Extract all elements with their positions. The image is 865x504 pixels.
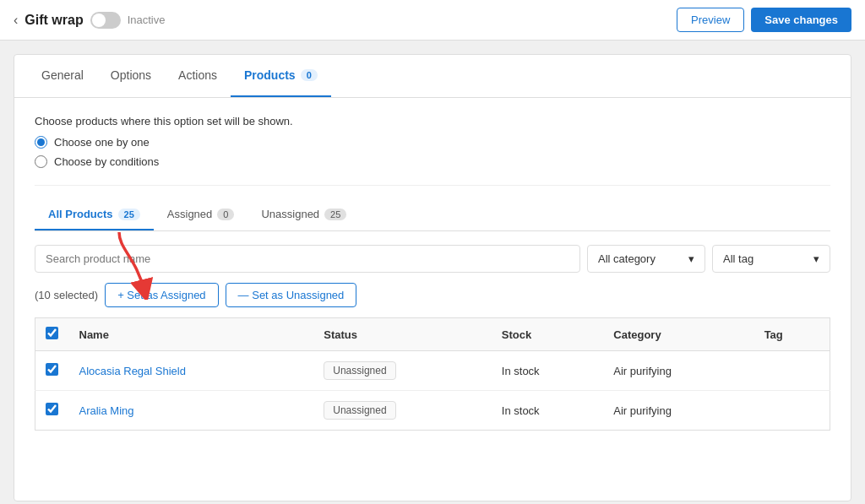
tab-actions[interactable]: Actions bbox=[165, 55, 231, 97]
table-body: Alocasia Regal Shield Unassigned In stoc… bbox=[35, 351, 830, 431]
product-table: Name Status Stock Category Tag Alocasia … bbox=[35, 317, 830, 431]
header-name: Name bbox=[69, 318, 314, 351]
main-content: General Options Actions Products 0 Choos… bbox=[14, 54, 851, 501]
products-badge: 0 bbox=[301, 69, 318, 81]
tag-dropdown[interactable]: All tag ▾ bbox=[712, 245, 830, 273]
table-row: Aralia Ming Unassigned In stock Air puri… bbox=[35, 391, 830, 431]
page-title: Gift wrap bbox=[24, 13, 83, 28]
row-name-0: Alocasia Regal Shield bbox=[69, 351, 314, 391]
row-stock-0: In stock bbox=[492, 351, 603, 391]
toggle-knob bbox=[92, 14, 106, 27]
row-status-0: Unassigned bbox=[313, 351, 492, 391]
sub-tabs: All Products 25 Assigned 0 Unassigned 25 bbox=[35, 199, 830, 231]
row-checkbox-0[interactable] bbox=[46, 363, 58, 376]
divider bbox=[35, 185, 830, 186]
radio-by-conditions[interactable]: Choose by conditions bbox=[35, 155, 830, 168]
row-checkbox-cell bbox=[35, 351, 69, 391]
choose-label: Choose products where this option set wi… bbox=[35, 115, 830, 127]
save-button[interactable]: Save changes bbox=[751, 8, 851, 32]
tab-options[interactable]: Options bbox=[97, 55, 165, 97]
search-input[interactable] bbox=[35, 245, 580, 273]
header-checkbox-cell bbox=[35, 318, 69, 351]
product-link-0[interactable]: Alocasia Regal Shield bbox=[79, 365, 186, 377]
status-badge-0: Unassigned bbox=[324, 361, 395, 380]
inner-content: Choose products where this option set wi… bbox=[14, 98, 851, 447]
select-all-checkbox[interactable] bbox=[46, 327, 58, 339]
radio-group: Choose one by one Choose by conditions bbox=[35, 136, 830, 168]
tab-products[interactable]: Products 0 bbox=[231, 55, 331, 97]
all-badge: 25 bbox=[118, 209, 140, 220]
radio-one-by-one[interactable]: Choose one by one bbox=[35, 136, 830, 149]
status-badge-1: Unassigned bbox=[324, 401, 395, 420]
top-bar: ‹ Gift wrap Inactive Preview Save change… bbox=[0, 0, 865, 41]
header-tag: Tag bbox=[754, 318, 830, 351]
assigned-badge: 0 bbox=[217, 209, 234, 220]
row-checkbox-1[interactable] bbox=[46, 403, 58, 415]
table-row: Alocasia Regal Shield Unassigned In stoc… bbox=[35, 351, 830, 391]
chevron-down-icon: ▾ bbox=[813, 252, 819, 265]
header-status: Status bbox=[313, 318, 492, 351]
row-category-1: Air purifying bbox=[603, 391, 753, 431]
unassigned-badge: 25 bbox=[324, 209, 346, 220]
filter-row: All category ▾ All tag ▾ bbox=[35, 245, 830, 273]
toggle-container: Inactive bbox=[90, 12, 166, 29]
row-tag-1 bbox=[754, 391, 830, 431]
row-status-1: Unassigned bbox=[313, 391, 492, 431]
tab-general[interactable]: General bbox=[28, 55, 97, 97]
category-dropdown[interactable]: All category ▾ bbox=[587, 245, 705, 273]
row-name-1: Aralia Ming bbox=[69, 391, 314, 431]
set-unassigned-button[interactable]: — Set as Unassigned bbox=[226, 283, 357, 307]
selected-count: (10 selected) bbox=[35, 289, 98, 301]
set-assigned-button[interactable]: + Set as Assigned bbox=[105, 283, 218, 307]
tabs: General Options Actions Products 0 bbox=[14, 55, 851, 98]
row-checkbox-cell bbox=[35, 391, 69, 431]
status-label: Inactive bbox=[128, 14, 166, 26]
row-tag-0 bbox=[754, 351, 830, 391]
sub-tab-all[interactable]: All Products 25 bbox=[35, 199, 154, 230]
radio-one-by-one-input[interactable] bbox=[35, 136, 47, 149]
table-header: Name Status Stock Category Tag bbox=[35, 318, 830, 351]
top-bar-left: ‹ Gift wrap Inactive bbox=[14, 12, 165, 29]
header-category: Category bbox=[603, 318, 753, 351]
sub-tab-unassigned[interactable]: Unassigned 25 bbox=[248, 199, 360, 230]
sub-tab-assigned[interactable]: Assigned 0 bbox=[154, 199, 248, 230]
action-area: (10 selected) + Set as Assigned — Set as… bbox=[35, 283, 830, 307]
preview-button[interactable]: Preview bbox=[677, 8, 744, 32]
header-stock: Stock bbox=[492, 318, 603, 351]
top-bar-right: Preview Save changes bbox=[677, 8, 851, 32]
row-category-0: Air purifying bbox=[603, 351, 753, 391]
back-button[interactable]: ‹ bbox=[14, 13, 18, 28]
chevron-down-icon: ▾ bbox=[688, 252, 694, 265]
active-toggle[interactable] bbox=[90, 12, 121, 29]
product-link-1[interactable]: Aralia Ming bbox=[79, 404, 134, 417]
row-stock-1: In stock bbox=[492, 391, 603, 431]
radio-by-conditions-input[interactable] bbox=[35, 155, 47, 168]
action-row: (10 selected) + Set as Assigned — Set as… bbox=[35, 283, 830, 307]
